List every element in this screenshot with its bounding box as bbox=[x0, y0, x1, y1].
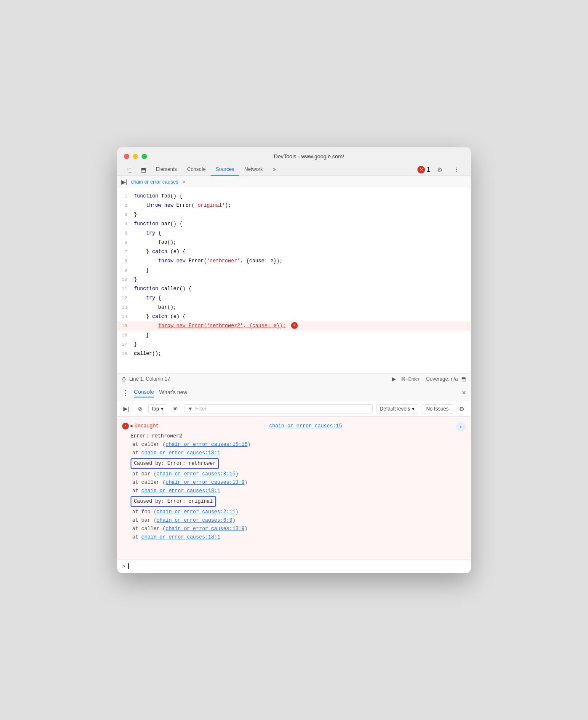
caused-by-2-stack-4: at chain or error causes:18:1 bbox=[132, 533, 466, 541]
close-button[interactable] bbox=[124, 154, 129, 159]
code-line-11: 11 function caller() { bbox=[117, 284, 471, 293]
code-line-16: 16 } bbox=[117, 331, 471, 340]
console-close-button[interactable]: × bbox=[462, 389, 466, 397]
console-prompt-icon: > bbox=[122, 563, 126, 570]
eye-button[interactable]: 👁 bbox=[171, 404, 181, 414]
settings-button[interactable]: ⚙ bbox=[434, 164, 446, 176]
code-line-5: 5 try { bbox=[117, 229, 471, 238]
console-input-row[interactable]: > bbox=[117, 560, 471, 573]
code-line-18: 18 caller(); bbox=[117, 349, 471, 358]
context-label: top bbox=[152, 406, 159, 412]
sidebar-toggle-button[interactable]: ▶| bbox=[121, 404, 131, 414]
tab-elements[interactable]: Elements bbox=[151, 164, 182, 176]
caused-by-2-link-4[interactable]: chain or error causes:18:1 bbox=[142, 534, 220, 540]
caused-by-1-link-1[interactable]: chain or error causes:8:15 bbox=[157, 471, 235, 477]
tab-network[interactable]: Network bbox=[239, 164, 268, 176]
caused-by-2-box: Caused by: Error: original bbox=[122, 495, 466, 508]
code-line-17: 17 } bbox=[117, 340, 471, 349]
error-icon: ✕ bbox=[122, 423, 129, 429]
ai-assist-button[interactable]: ✦ bbox=[456, 422, 466, 432]
error-indicator-inline: ✕ bbox=[291, 322, 298, 329]
filter-icon: ▼ bbox=[188, 406, 193, 412]
clear-icon: ⊘ bbox=[138, 405, 142, 412]
tab-console[interactable]: Console bbox=[182, 164, 211, 176]
console-settings-button[interactable]: ⚙ bbox=[457, 404, 467, 414]
caused-by-1-stack-1: at bar (chain or error causes:8:15) bbox=[132, 470, 466, 478]
more-options-button[interactable]: ⋮ bbox=[451, 164, 462, 176]
inspector-icon-button[interactable]: ⬚ bbox=[124, 164, 136, 176]
error-indicator[interactable]: ✕ 1 bbox=[417, 166, 430, 173]
filter-label: Filter bbox=[195, 406, 207, 412]
tab-whats-new[interactable]: What's new bbox=[159, 389, 187, 397]
console-gear-icon: ⚙ bbox=[459, 405, 465, 412]
caused-by-1-link-3[interactable]: chain or error causes:18:1 bbox=[142, 488, 220, 494]
caused-by-2-link-2[interactable]: chain or error causes:6:9 bbox=[157, 517, 233, 523]
error-source-link[interactable]: chain or error causes:15 bbox=[269, 422, 342, 430]
title-bar: DevTools - www.google.com/ ⬚ ⬒ Elements … bbox=[117, 147, 471, 176]
caused-by-1-link-2[interactable]: chain or error causes:13:9 bbox=[166, 480, 244, 485]
context-dropdown-icon: ▾ bbox=[161, 406, 163, 412]
device-toggle-button[interactable]: ⬒ bbox=[137, 164, 149, 176]
caused-by-1-box: Caused by: Error: rethrower bbox=[122, 457, 466, 470]
default-levels-button[interactable]: Default levels ▾ bbox=[376, 404, 418, 413]
code-line-14: 14 } catch (e) { bbox=[117, 312, 471, 321]
code-editor[interactable]: 1 function foo() { 2 throw new Error('or… bbox=[117, 188, 471, 373]
inspector-icon: ⬚ bbox=[127, 166, 133, 173]
devtools-tabs: ⬚ ⬒ Elements Console Sources Network » bbox=[124, 164, 464, 176]
more-vert-icon: ⋮ bbox=[454, 166, 460, 173]
error-expand-arrow[interactable]: ▶ bbox=[131, 422, 134, 430]
sidebar-toggle-icon: ▶| bbox=[123, 405, 129, 412]
caused-by-1-stack-3: at chain or error causes:18:1 bbox=[132, 487, 466, 495]
error-block: ✕ ▶ Uncaught chain or error causes:15 ✦ … bbox=[122, 420, 466, 543]
file-close-button[interactable]: × bbox=[182, 179, 185, 185]
console-output: ✕ ▶ Uncaught chain or error causes:15 ✦ … bbox=[117, 417, 471, 560]
code-line-6: 6 foo(); bbox=[117, 238, 471, 247]
settings-icon: ⚙ bbox=[437, 166, 443, 173]
panel-toggle-icon[interactable]: ▶| bbox=[121, 179, 128, 185]
caused-by-2-link-1[interactable]: chain or error causes:2:11 bbox=[157, 509, 235, 515]
stack-link-2[interactable]: chain or error causes:18:1 bbox=[142, 450, 220, 456]
clear-console-button[interactable]: ⊘ bbox=[135, 404, 145, 414]
code-line-7: 7 } catch (e) { bbox=[117, 247, 471, 256]
line-column-indicator: Line 1, Column 17 bbox=[129, 376, 389, 382]
caused-by-2-stack-1: at foo (chain or error causes:2:11) bbox=[132, 508, 466, 516]
code-line-15: 15 throw new Error('rethrower2', {cause:… bbox=[117, 321, 471, 331]
error-count-x: ✕ bbox=[420, 167, 423, 172]
window-title: DevTools - www.google.com/ bbox=[154, 153, 464, 160]
caused-by-2-stack-2: at bar (chain or error causes:6:9) bbox=[132, 516, 466, 525]
caused-by-1-stack-2: at caller (chain or error causes:13:9) bbox=[132, 478, 466, 487]
tab-more[interactable]: » bbox=[268, 164, 281, 176]
stack-line-2: at chain or error causes:18:1 bbox=[132, 449, 466, 457]
stack-link-1[interactable]: chain or error causes:15:15 bbox=[166, 442, 247, 448]
tab-sources[interactable]: Sources bbox=[211, 164, 239, 176]
format-button[interactable]: {} bbox=[122, 376, 126, 382]
caused-by-2-label: Caused by: Error: original bbox=[131, 496, 216, 507]
context-selector[interactable]: top ▾ bbox=[148, 404, 167, 413]
caused-by-2-stack-3: at caller (chain or error causes:13:9) bbox=[132, 525, 466, 533]
no-issues-button[interactable]: No Issues bbox=[422, 404, 453, 413]
console-cursor bbox=[128, 563, 129, 569]
eye-icon: 👁 bbox=[173, 405, 178, 412]
code-line-4: 4 function bar() { bbox=[117, 219, 471, 229]
caused-by-2-link-3[interactable]: chain or error causes:13:9 bbox=[166, 526, 244, 532]
three-dot-menu-button[interactable]: ⋮ bbox=[122, 389, 129, 397]
code-line-3: 3 } bbox=[117, 210, 471, 219]
device-icon: ⬒ bbox=[141, 166, 146, 173]
tab-console-bottom[interactable]: Console bbox=[134, 389, 154, 397]
error-count-number: 1 bbox=[427, 166, 430, 173]
code-line-8: 8 throw new Error('rethrower', {cause: e… bbox=[117, 256, 471, 266]
error-message: Error: rethrower2 bbox=[131, 432, 466, 440]
code-line-10: 10 } bbox=[117, 275, 471, 284]
traffic-lights bbox=[124, 154, 147, 159]
code-line-2: 2 throw new Error('original'); bbox=[117, 201, 471, 210]
run-button[interactable]: ▶ bbox=[392, 376, 396, 382]
coverage-label: Coverage: n/a bbox=[426, 376, 458, 382]
filter-container[interactable]: ▼ Filter bbox=[184, 404, 373, 413]
maximize-button[interactable] bbox=[142, 154, 147, 159]
file-name-label[interactable]: chain or error causes bbox=[131, 179, 179, 185]
error-title: ✕ ▶ Uncaught bbox=[122, 422, 159, 430]
screenshot-button[interactable]: ⬒ bbox=[461, 376, 466, 382]
minimize-button[interactable] bbox=[133, 154, 138, 159]
run-shortcut: ⌘+Enter bbox=[401, 376, 420, 382]
error-count-badge: ✕ bbox=[417, 166, 425, 173]
